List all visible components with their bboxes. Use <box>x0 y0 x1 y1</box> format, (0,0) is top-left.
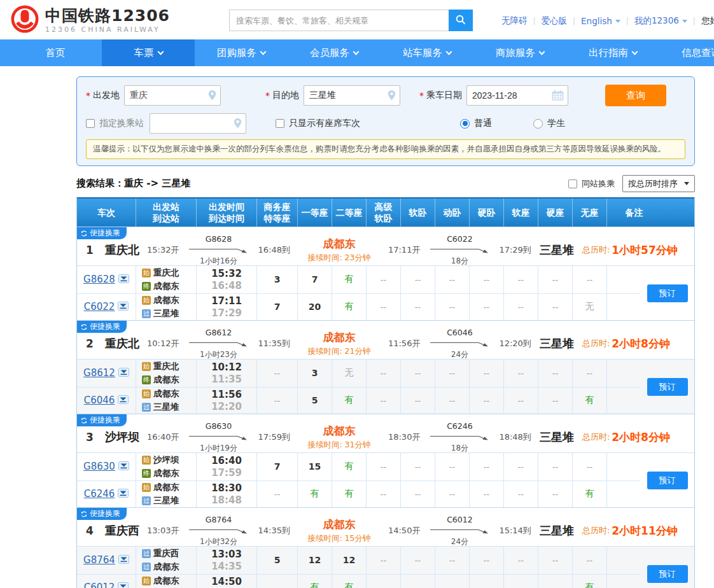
origin-station: 重庆北 <box>105 242 139 258</box>
station-type-badge: 终 <box>142 282 151 291</box>
normal-radio[interactable] <box>460 119 470 129</box>
leg1-arrive-time: 11:35到 <box>258 338 290 349</box>
nav-item-tickets[interactable]: 车票 <box>102 39 195 66</box>
transfer-station-checkbox[interactable] <box>86 119 95 128</box>
logo[interactable]: 中国铁路12306 12306 CHINA RAILWAY <box>10 4 170 36</box>
depart-time: 18:30 <box>211 482 242 494</box>
only-seats-checkbox[interactable] <box>276 119 284 128</box>
train-code-link[interactable]: G8628 <box>83 274 115 285</box>
seat-deluxe-sleeper: -- <box>367 388 401 414</box>
seat-hard-sleeper: -- <box>470 388 504 414</box>
seat-no-seat: 无 <box>573 294 607 321</box>
train-code-link[interactable]: C6022 <box>84 301 115 312</box>
header-links: 无障碍 | 爱心版 | English | 我的12306 | 您好， <box>501 15 714 27</box>
leg2-train-code: C6012 <box>427 515 492 524</box>
nav-item-home[interactable]: 首页 <box>9 39 102 66</box>
seat-emu-sleeper: -- <box>435 575 470 588</box>
nav-item-business-travel[interactable]: 商旅服务 <box>473 39 566 66</box>
leg2-arrive-time: 12:20到 <box>499 338 531 349</box>
leg2-train-code: C6046 <box>427 328 492 337</box>
seat-second-class: 无 <box>332 360 367 387</box>
book-button[interactable]: 预订 <box>647 565 688 583</box>
train-row: G8764 过 重庆西 过 成都东 13:03 14:35 5 <box>77 547 640 574</box>
accessibility-link[interactable]: 无障碍 <box>501 15 528 27</box>
seat-hard-seat: -- <box>538 481 573 508</box>
query-button[interactable]: 查询 <box>605 85 666 106</box>
train-code-link[interactable]: G8764 <box>83 554 115 566</box>
from-label: 出发地 <box>93 90 120 101</box>
nav-item-member-services[interactable]: 会员服务 <box>288 39 381 66</box>
col-header-soft-seat: 软座 <box>504 199 538 227</box>
same-station-checkbox[interactable] <box>568 179 577 188</box>
from-input[interactable] <box>125 87 220 104</box>
transfer-summary: 便捷换乘 4 重庆西 13:03开 G8764 1小时32分 14:35到 成都… <box>77 508 694 546</box>
date-field <box>466 85 568 106</box>
nav-item-group-services[interactable]: 团购服务 <box>195 39 288 66</box>
search-button[interactable] <box>449 10 473 31</box>
train-row: G8628 始 重庆北 终 成都东 15:32 16:48 3 <box>77 266 640 293</box>
same-station-label: 同站换乘 <box>582 178 615 190</box>
book-button[interactable]: 预订 <box>647 472 688 489</box>
train-code-link[interactable]: C6246 <box>84 488 115 500</box>
train-row: G8612 始 重庆北 终 成都东 10:12 11:35 -- <box>77 360 640 387</box>
seat-hard-seat: -- <box>538 266 573 293</box>
seat-second-class: 12 <box>332 547 367 574</box>
transfer-station: 成都东 接续时间: 31分钟 <box>298 424 380 451</box>
table-header-row: 车次 出发站到达站 出发时间到达时间 商务座特等座 一等座 二等座 高级软卧 软… <box>77 197 694 227</box>
seat-soft-sleeper: -- <box>401 388 435 414</box>
chevron-down-icon <box>615 20 620 23</box>
train-code-link[interactable]: G8630 <box>83 461 115 472</box>
book-button[interactable]: 预订 <box>647 284 688 302</box>
train-code-cell: G8612 <box>77 360 136 387</box>
col-header-soft-sleeper: 软卧 <box>401 199 435 227</box>
search-input[interactable] <box>229 10 449 31</box>
care-version-link[interactable]: 爱心版 <box>542 15 568 27</box>
train-code-cell: G8628 <box>77 266 136 293</box>
times-cell: 18:30 18:48 <box>197 481 257 508</box>
railway-logo-icon <box>10 4 39 36</box>
leg2-arrive-time: 17:29到 <box>499 244 531 256</box>
times-cell: 17:11 17:29 <box>197 294 257 321</box>
stations-cell: 过 重庆西 过 成都东 <box>136 547 197 574</box>
seat-hard-seat: -- <box>538 360 573 387</box>
student-radio[interactable] <box>533 119 543 129</box>
seat-second-class: 有 <box>332 481 367 508</box>
train-code-link[interactable]: C6012 <box>84 582 115 588</box>
sort-select[interactable]: 按总历时排序 <box>622 175 695 192</box>
book-button[interactable]: 预订 <box>647 378 688 396</box>
leg2-diagram: C6022 18分 <box>427 234 492 267</box>
train-code-link[interactable]: G8612 <box>83 367 115 379</box>
train-code-link[interactable]: C6046 <box>84 395 115 406</box>
group-rows: G8612 始 重庆北 终 成都东 10:12 11:35 -- <box>77 359 694 414</box>
group-number: 2 <box>86 337 101 350</box>
station-type-badge: 始 <box>142 389 151 398</box>
transfer-group: 便捷换乘 4 重庆西 13:03开 G8764 1小时32分 14:35到 成都… <box>77 507 694 588</box>
times-cell: 14:50 15:14 <box>197 575 257 588</box>
leg1-depart-time: 13:03开 <box>147 525 179 536</box>
transfer-station-input[interactable] <box>150 115 246 132</box>
leg2-arrive-time: 15:14到 <box>499 525 531 536</box>
seat-hard-sleeper: -- <box>470 294 504 321</box>
result-bar: 搜索结果： 重庆 -> 三星堆 同站换乘 按总历时排序 <box>76 175 695 192</box>
seat-deluxe-sleeper: -- <box>367 575 401 588</box>
depart-time: 17:11 <box>211 295 242 307</box>
to-input[interactable] <box>304 87 400 104</box>
group-number: 4 <box>86 524 101 537</box>
seat-hard-sleeper: -- <box>470 360 504 387</box>
chevron-down-icon <box>157 48 164 55</box>
english-link[interactable]: English <box>581 16 612 26</box>
stations-cell: 始 沙坪坝 终 成都东 <box>136 453 197 480</box>
my12306-link[interactable]: 我的12306 <box>634 15 679 27</box>
arrow-line-icon <box>429 340 490 347</box>
arrive-time: 17:29 <box>211 307 242 319</box>
col-header-remark: 备注 <box>607 199 661 227</box>
result-route: 重庆 -> 三星堆 <box>124 178 190 190</box>
connect-time: 接续时间: 21分钟 <box>298 346 380 357</box>
nav-item-info-query[interactable]: 信息查询 <box>659 39 714 66</box>
nav-item-travel-guide[interactable]: 出行指南 <box>566 39 659 66</box>
nav-item-station-services[interactable]: 站车服务 <box>381 39 473 66</box>
seat-no-seat: 有 <box>573 575 607 588</box>
depart-time: 11:56 <box>211 389 242 400</box>
destination-station: 三星堆 <box>540 523 574 538</box>
col-header-train: 车次 <box>77 199 136 227</box>
